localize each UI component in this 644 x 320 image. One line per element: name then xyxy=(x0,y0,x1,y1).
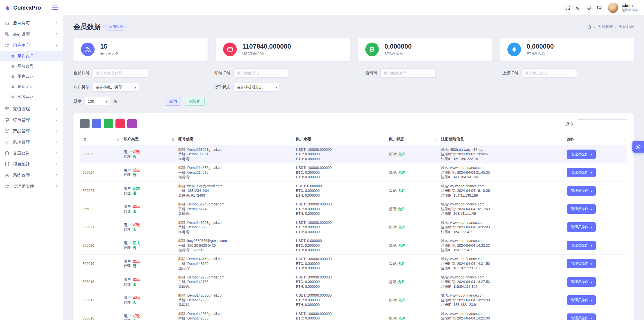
user-avatar[interactable] xyxy=(608,2,619,13)
caret-down-icon xyxy=(591,207,592,211)
dark-mode-icon[interactable] xyxy=(573,3,583,13)
withdraw-label: 提现: xyxy=(389,189,397,193)
add-member-button[interactable]: 添加会员 xyxy=(105,23,127,31)
admin-action-label: 管理员操作 xyxy=(571,280,588,284)
parent-id-input[interactable] xyxy=(521,68,577,78)
report-icon xyxy=(5,162,10,167)
table-header-cell[interactable]: 账户类型 xyxy=(121,133,176,145)
admin-action-button[interactable]: 管理员操作 xyxy=(567,150,596,159)
hamburger-icon xyxy=(51,4,59,12)
agent-label: 代理: xyxy=(124,191,132,195)
table-header-cell[interactable]: 账户余额 xyxy=(294,133,387,145)
sidebar-item-3[interactable]: 充值提现 xyxy=(0,103,63,114)
chevron-right-icon xyxy=(55,129,59,133)
table-header-cell[interactable]: 注册登陆信息 xyxy=(438,133,564,145)
account-type-select[interactable]: 请选择账户类型 xyxy=(93,83,139,92)
admin-action-button[interactable]: 管理员操作 xyxy=(567,313,596,320)
sort-icon[interactable] xyxy=(434,137,437,141)
sidebar-item-8[interactable]: 报表统计 xyxy=(0,159,63,170)
row-action: 管理员操作 xyxy=(565,291,627,309)
agent-label: 代理: xyxy=(124,246,132,250)
sidebar-item-6[interactable]: 风控管理 xyxy=(0,136,63,148)
invite-label: 邀请码: xyxy=(178,248,190,252)
brand-logo[interactable]: ComexPro xyxy=(5,5,41,11)
admin-action-button[interactable]: 管理员操作 xyxy=(567,204,596,214)
sidebar-item-1[interactable]: 基础设置 xyxy=(0,29,63,40)
sidebar-item-2[interactable]: 用户中心 xyxy=(0,40,63,51)
domain-label: 域名: xyxy=(441,221,449,225)
invite-code-input[interactable] xyxy=(380,68,436,78)
member-account-input[interactable] xyxy=(93,68,148,78)
sidebar-item-4[interactable]: 订单管理 xyxy=(0,114,63,125)
sort-icon[interactable] xyxy=(382,137,385,141)
breadcrumb-home-icon[interactable] xyxy=(587,24,592,29)
sidebar-item-5[interactable]: 产品管理 xyxy=(0,125,63,136)
search-input[interactable] xyxy=(577,119,627,128)
display-count-select[interactable]: 100 xyxy=(85,97,110,106)
table-header-label: 注册登陆信息 xyxy=(441,137,464,141)
menu-toggle-button[interactable] xyxy=(51,4,59,12)
screen-icon[interactable] xyxy=(583,3,594,13)
row-account-info: 邮箱: Demo193651gmail.com 手机: Demo193651 邀… xyxy=(176,145,294,163)
sidebar-item-0[interactable]: 后台首页 xyxy=(0,18,63,29)
sidebar-subitem-2-2[interactable]: 用户认证 xyxy=(0,72,63,82)
table-header-cell[interactable]: 操作 xyxy=(565,133,627,145)
admin-action-button[interactable]: 管理员操作 xyxy=(567,186,596,196)
email-label: 邮箱: xyxy=(178,202,186,206)
admin-action-button[interactable]: 管理员操作 xyxy=(567,259,596,268)
admin-action-button[interactable]: 管理员操作 xyxy=(567,295,596,305)
export-button-copy[interactable] xyxy=(80,119,90,128)
email-value: Demo142530gmail.com xyxy=(187,293,225,297)
table-header-cell[interactable]: ID xyxy=(80,133,121,145)
row-action: 管理员操作 xyxy=(565,273,627,291)
sort-icon[interactable] xyxy=(560,137,563,141)
admin-action-button[interactable]: 管理员操作 xyxy=(567,222,596,232)
eth-label: ETH: xyxy=(296,248,304,252)
withdraw-status-select[interactable]: 请选择提现状态 xyxy=(233,83,280,92)
chat-icon[interactable] xyxy=(594,3,605,13)
query-button[interactable]: 查询 xyxy=(165,97,181,106)
sidebar-item-7[interactable]: 文章公告 xyxy=(0,148,63,159)
sidebar-item-9[interactable]: 系统管理 xyxy=(0,170,63,181)
sidebar-subitem-2-0[interactable]: 用户管理 xyxy=(0,51,63,61)
display-label: 显示 xyxy=(73,99,82,104)
table-header-cell[interactable]: 账号信息 xyxy=(176,133,294,145)
sort-icon[interactable] xyxy=(289,137,292,141)
domain-label: 域名: xyxy=(441,257,449,261)
admin-action-button[interactable]: 管理员操作 xyxy=(567,277,596,287)
breadcrumb-link-member-mgmt[interactable]: 会员管理 xyxy=(598,24,613,29)
sidebar-item-10[interactable]: 管理员管理 xyxy=(0,181,63,192)
brand-logo-icon xyxy=(5,5,11,11)
phone-value: Demo193651 xyxy=(187,152,209,156)
export-button-print[interactable] xyxy=(127,119,137,128)
stat-card: B 0.000000 BTC总余额 xyxy=(358,38,492,61)
table-header-cell[interactable]: 账户状态 xyxy=(387,133,439,145)
user-type-value: 试玩 xyxy=(133,277,140,281)
sidebar-subitem-2-3[interactable]: 资金变动 xyxy=(0,82,63,92)
row-register-info: 域名: www.qdd-finance.com 注册时间: 2024-04-04… xyxy=(438,309,564,320)
sort-icon[interactable] xyxy=(623,137,626,141)
reg-time-label: 注册时间: xyxy=(441,298,456,302)
row-account-type: 用户: 试玩 代理: 否 xyxy=(121,200,176,218)
row-id: 866022 xyxy=(80,200,121,218)
domain-value: www.qdd-finance.com xyxy=(450,293,485,297)
email-label: 邮箱: xyxy=(178,293,186,297)
export-button-csv[interactable] xyxy=(92,119,101,128)
floating-settings-button[interactable] xyxy=(632,141,644,153)
fullscreen-icon[interactable] xyxy=(562,3,573,13)
admin-action-button[interactable]: 管理员操作 xyxy=(567,168,596,177)
sidebar-subitem-2-1[interactable]: 平台账号 xyxy=(0,61,63,72)
breadcrumb-link-member-list[interactable]: 会员列表 xyxy=(619,24,634,29)
reset-button[interactable]: 初始化 xyxy=(185,97,205,106)
admin-action-button[interactable]: 管理员操作 xyxy=(567,241,596,250)
account-id-input[interactable] xyxy=(233,68,289,78)
user-type-label: 用户: xyxy=(124,241,132,245)
sort-icon[interactable] xyxy=(172,137,174,141)
table-search: 搜索: xyxy=(566,119,627,128)
export-button-excel[interactable] xyxy=(104,119,113,128)
export-button-pdf[interactable] xyxy=(115,119,125,128)
sort-icon[interactable] xyxy=(117,137,119,141)
email-value: lucy6880565@gmail.com xyxy=(187,239,227,243)
sidebar-subitem-2-4[interactable]: 实名认证 xyxy=(0,92,63,102)
domain-value: 483h.haiwaiym18.top xyxy=(450,148,483,152)
